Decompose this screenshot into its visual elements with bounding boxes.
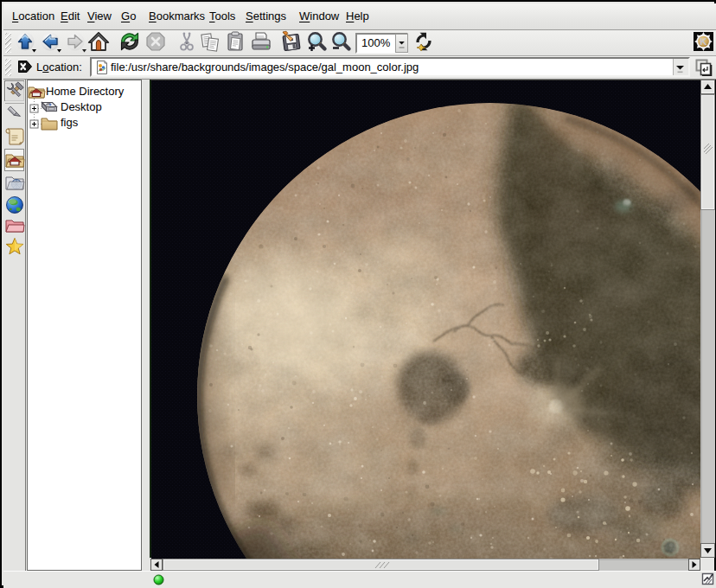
svg-text:K: K [700,36,707,47]
